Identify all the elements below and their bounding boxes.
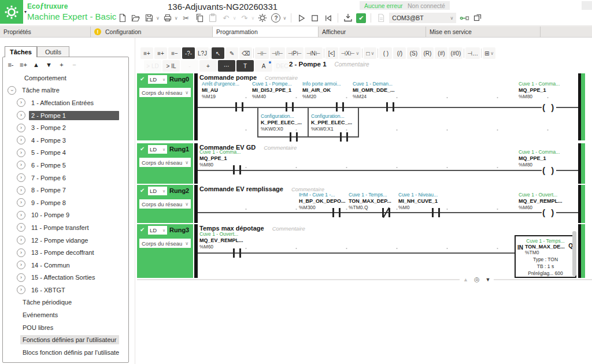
chevron-icon[interactable]: › [17, 173, 25, 182]
chevron-icon[interactable]: › [17, 136, 25, 144]
ladder-contact[interactable]: IHM - Cuve 1 -...H_BP_OK_DEPO...%M300 [299, 192, 350, 211]
rung-body-select[interactable]: Corps du réseau∨ [139, 158, 191, 167]
chevron-icon[interactable]: › [17, 161, 25, 169]
tree-item[interactable]: › Comportement [3, 72, 128, 84]
ladder-tool-button[interactable]: ∨ [210, 49, 210, 58]
tree-item[interactable]: › 4 - Pompe 3 [3, 134, 128, 147]
rung-language-select[interactable]: LD∨ [148, 187, 167, 195]
ladder-contact[interactable]: Arrêt d'urgence...MI_AU%M19 [202, 81, 253, 100]
tree-item[interactable]: › 1 - Affectation Entrées [3, 96, 128, 109]
new-window-icon[interactable] [472, 13, 483, 23]
ladder-view-button[interactable]: + [199, 60, 217, 72]
rung-comment-placeholder[interactable]: Commentaire [272, 225, 305, 232]
tree-item[interactable]: › 12 - Pompe vidange [3, 234, 128, 247]
settings-gear-icon[interactable] [257, 13, 268, 23]
rung-2-header[interactable]: ✔ LD∨ Rung2 Corps du réseau∨ [137, 185, 193, 223]
ladder-contact[interactable]: Cuve 1 - Ouvert...MQ_EV_REMPL...%M60 [199, 231, 250, 250]
tree-item[interactable]: › Tâche maître [3, 84, 128, 97]
ladder-tool-button[interactable]: ⊣X⊢∨ [339, 47, 361, 59]
pou-comment-placeholder[interactable]: Commentaire [335, 61, 369, 68]
init-rewind-icon[interactable] [323, 13, 333, 23]
split-pin-icon[interactable]: ◎ [474, 276, 480, 283]
rung-0-header[interactable]: ✔ LD∨ Rung0 Corps du réseau∨ [137, 73, 193, 140]
ladder-contact[interactable]: Cuve 1 - Deman...MI_OMR_DDE_...%M24 [353, 81, 404, 100]
tree-tool-button[interactable]: ▲ [31, 60, 42, 70]
ladder-tool-button[interactable]: ⊣N⊢∨ [305, 47, 323, 59]
ladder-tool-button[interactable]: ↖∨ [212, 47, 224, 59]
ladder-tool-button[interactable]: ≡−∨ [168, 47, 181, 59]
rung-1-header[interactable]: ✔ LD∨ Rung1 Corps du réseau∨ [137, 143, 193, 184]
chevron-icon[interactable]: › [17, 98, 25, 107]
chevron-icon[interactable]: › [8, 86, 16, 95]
ladder-tool-button[interactable]: ∨ [253, 49, 254, 58]
open-file-icon[interactable] [131, 13, 141, 23]
chevron-icon[interactable]: › [17, 198, 25, 207]
rung-comment-placeholder[interactable]: Commentaire [265, 75, 298, 81]
redo-dropdown-caret-icon[interactable]: ∨ [251, 16, 255, 21]
ladder-tool-button[interactable]: (R)∨ [421, 47, 434, 59]
ladder-contact[interactable]: Info porte armoi...MI_AIR_OK%M20 [302, 81, 353, 100]
rung-body-select[interactable]: Corps du réseau∨ [139, 199, 191, 209]
ladder-tool-button[interactable]: ∨ [464, 49, 464, 58]
ladder-tool-button[interactable]: (#)∨ [435, 47, 447, 59]
ladder-contact[interactable]: Cuve 1 - Temps...TON_MAX_DEP...%TM0.Q [349, 192, 399, 211]
tree-item[interactable]: › 8 - Pompe 7 [3, 184, 128, 196]
print-dropdown-caret-icon[interactable]: ∨ [175, 16, 178, 21]
usb-connector-icon[interactable] [459, 13, 469, 23]
chevron-icon[interactable]: › [17, 148, 25, 157]
main-tab[interactable]: ! Propriétés [0, 27, 91, 37]
ladder-contact[interactable]: Cuve 1 - Comma...MQ_PPE_1%M80 [199, 149, 250, 168]
rung-body-select[interactable]: Corps du réseau∨ [139, 88, 191, 97]
chevron-icon[interactable]: › [17, 285, 25, 294]
tree-tool-button[interactable]: ▼ [43, 60, 54, 70]
new-file-icon[interactable] [117, 13, 128, 23]
ladder-view-button[interactable]: A [255, 60, 272, 72]
app-logo-gear-icon[interactable] [0, 0, 23, 24]
ladder-contact[interactable]: Cuve 1 - Niveau...MI_NH_CUVE_1%M0 [398, 192, 449, 211]
chevron-icon[interactable]: › [17, 186, 25, 195]
sidebar-tab-tasks[interactable]: Tâches [5, 46, 37, 57]
tree-item[interactable]: › 16 - XBTGT [3, 284, 128, 296]
cut-icon[interactable]: ✂ [181, 13, 191, 23]
rung-comment-placeholder[interactable]: Commentaire [264, 144, 297, 151]
stop-icon[interactable] [309, 13, 320, 23]
tree-tool-button[interactable]: + [56, 60, 67, 70]
ladder-tool-button[interactable]: [<]∨ [325, 47, 338, 59]
rung-title[interactable]: Commande EV remplissage [199, 185, 283, 192]
ladder-tool-button[interactable]: ∨ [481, 49, 482, 58]
main-tab[interactable]: ! Programmation [213, 27, 319, 37]
chevron-icon[interactable]: › [17, 236, 25, 244]
ladder-scrollbar-thumb[interactable] [572, 231, 576, 276]
tree-item[interactable]: › Tâche périodique [3, 296, 128, 309]
chevron-icon[interactable]: › [17, 261, 25, 269]
sidebar-tab-tools[interactable]: Outils [37, 46, 69, 57]
ladder-tool-button[interactable]: ⊣P⊢∨ [286, 47, 304, 59]
tree-item[interactable]: › 2 - Pompe 1 [3, 109, 128, 122]
tree-item[interactable]: › 14 - Commun [3, 259, 128, 272]
rung-language-select[interactable]: LD∨ [148, 226, 167, 235]
undo-dropdown-caret-icon[interactable]: ∨ [233, 16, 236, 21]
tree-item[interactable]: › 15 - Affectation Sorties [3, 272, 128, 284]
compile-ok-check-icon[interactable]: ✔ [356, 13, 366, 23]
tree-item[interactable]: › 9 - Pompe 8 [3, 196, 128, 209]
undo-icon[interactable]: ↶ [221, 13, 231, 23]
editor-split-bar[interactable] [137, 279, 592, 280]
chevron-icon[interactable]: › [17, 124, 25, 132]
ladder-tool-button[interactable]: ⊣/⊢∨ [270, 47, 285, 59]
print-icon[interactable] [162, 13, 173, 23]
chevron-icon[interactable]: › [17, 273, 25, 282]
ladder-tool-button[interactable]: L?J∨ [196, 47, 209, 59]
ladder-tool-button[interactable]: ⊞∨ [483, 47, 495, 59]
logo-dropdown-caret-icon[interactable]: ▾ [24, 9, 27, 14]
ladder-tool-button[interactable]: ≡+∨ [154, 47, 167, 59]
download-to-plc-icon[interactable] [343, 13, 353, 23]
save-icon[interactable] [144, 13, 154, 23]
rung-0[interactable]: ✔ LD∨ Rung0 Corps du réseau∨ Commande po… [137, 73, 592, 140]
ladder-coil[interactable]: Cuve 1 - Comma...MQ_PPE_1%M80 [519, 81, 572, 100]
tree-tool-button[interactable]: ≡- [5, 60, 16, 70]
tree-item[interactable]: › 3 - Pompe 2 [3, 121, 128, 134]
tree-item[interactable]: › 11 - Pompe transfert [3, 221, 128, 234]
ton-function-block[interactable]: IN Q Cuve 1 - Temps... TON_MAX_DE... %TM… [515, 235, 576, 278]
main-tab[interactable]: ! Mise en service [426, 27, 541, 37]
ladder-view-button[interactable]: T [236, 60, 254, 72]
